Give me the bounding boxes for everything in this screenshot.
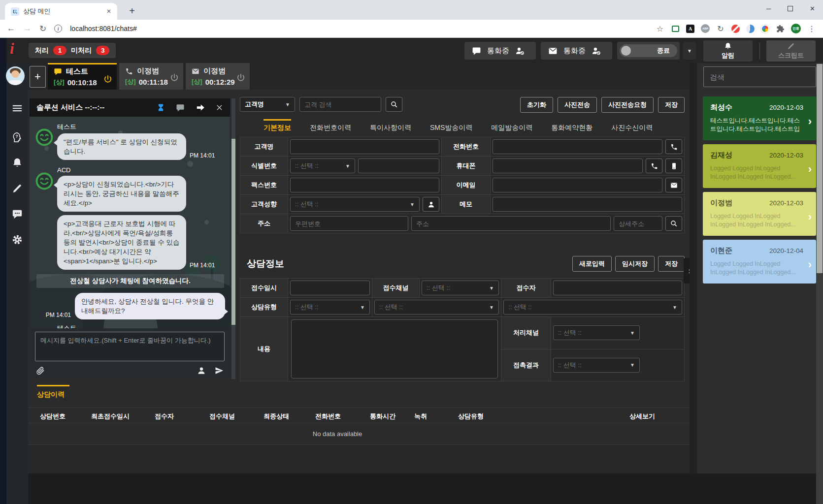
reload-icon[interactable]: ↻ [39, 24, 46, 34]
save-button[interactable]: 저장 [658, 97, 685, 113]
browser-menu-icon[interactable]: ⋮ [807, 24, 816, 33]
tab-note-history[interactable]: 특이사항이력 [370, 119, 411, 132]
tab-call-reservation[interactable]: 통화예약현황 [551, 119, 593, 132]
send-email-button[interactable] [665, 178, 682, 192]
dark-reader-extension-icon[interactable]: A [686, 25, 694, 33]
chat-bubble-icon[interactable] [176, 103, 185, 112]
recv-channel-select[interactable]: :: 선택 :: ▼ [422, 281, 499, 295]
back-icon[interactable]: ← [7, 24, 15, 33]
bookmark-star-icon[interactable]: ☆ [656, 24, 664, 33]
notification-card[interactable]: 김재성 2020-12-03 Logged Logged InLogged In… [703, 144, 816, 188]
adblock-extension-icon[interactable]: ABP [701, 24, 710, 33]
zip-code-input[interactable] [290, 216, 408, 231]
end-session-power-icon[interactable] [236, 73, 245, 82]
chevron-right-icon[interactable]: › [808, 211, 812, 223]
memo-input[interactable] [493, 197, 682, 212]
attach-paperclip-icon[interactable] [36, 366, 45, 375]
minimize-button[interactable]: ─ [766, 5, 771, 12]
settings-gear-icon[interactable] [12, 234, 23, 245]
address-detail-input[interactable] [614, 216, 662, 231]
status-dropdown-button[interactable]: ▼ [683, 42, 696, 60]
browser-profile-avatar[interactable]: 인용 [791, 24, 801, 33]
add-session-button[interactable]: + [30, 66, 46, 88]
notification-card[interactable]: 최성수 2020-12-03 테스트입니다.테스트입니다.테스트입니다.테스트입… [703, 96, 816, 140]
tab-mail-history[interactable]: 메일발송이력 [491, 119, 532, 132]
forward-icon[interactable]: → [23, 24, 32, 33]
mail-call-status-button[interactable]: 통화중 [541, 42, 612, 60]
status-toggle-pill[interactable]: 종료 [620, 44, 677, 57]
tab-phone-history[interactable]: 전화번호이력 [310, 119, 351, 132]
scrollbar-thumb[interactable] [231, 139, 235, 325]
session-tab-mail[interactable]: 이정범 [상] 00:12:29 [186, 63, 250, 90]
notification-card[interactable]: 이정범 2020-12-03 Logged Logged InLogged In… [703, 192, 816, 236]
mobile-device-button[interactable] [665, 158, 682, 173]
notifications-bell-icon[interactable] [12, 158, 23, 168]
screenshot-extension-icon[interactable] [671, 24, 680, 33]
history-title[interactable]: 상담이력 [37, 390, 65, 399]
session-tab-chat[interactable]: 테스트 [상] 00:10:18 [48, 63, 117, 90]
tab-sms-history[interactable]: SMS발송이력 [430, 119, 472, 132]
address-input[interactable] [411, 216, 611, 231]
id-number-input[interactable] [358, 158, 439, 173]
send-icon[interactable] [215, 366, 224, 375]
customer-name-input[interactable] [290, 139, 439, 154]
unprocessed-count-badge[interactable]: 3 [96, 46, 109, 55]
proc-channel-select[interactable]: :: 선택 :: ▼ [553, 325, 640, 340]
hourglass-icon[interactable] [157, 103, 165, 112]
email-input[interactable] [493, 178, 662, 192]
customer-search-input[interactable] [299, 97, 381, 112]
new-entry-button[interactable]: 새로입력 [572, 256, 612, 272]
tendency-person-button[interactable] [423, 197, 439, 212]
end-session-power-icon[interactable] [170, 73, 179, 82]
window-close-button[interactable]: ✕ [810, 5, 815, 12]
scrollbar-thumb[interactable] [817, 64, 823, 273]
consult-type-select-3[interactable]: :: 선택 :: ▼ [503, 300, 682, 315]
agent-avatar[interactable] [6, 66, 25, 85]
tab-close-icon[interactable]: ✕ [106, 8, 111, 15]
reset-button[interactable]: 초기화 [520, 97, 553, 113]
window-scrollbar[interactable] [816, 63, 823, 504]
browser-tab[interactable]: U, 상담 메인 ✕ [5, 3, 117, 20]
participants-person-icon[interactable] [197, 366, 206, 375]
new-tab-button[interactable]: + [125, 4, 139, 18]
session-tab-call[interactable]: 이정범 [상] 00:11:18 [119, 63, 183, 90]
consult-content-textarea[interactable] [291, 319, 498, 378]
id-type-select[interactable]: :: 선택 :: ▼ [290, 158, 355, 173]
toggle-knob[interactable] [621, 46, 631, 56]
customer-search-type-select[interactable]: 고객명 ▼ [240, 97, 295, 112]
tab-photo-history[interactable]: 사진수신이력 [611, 119, 653, 132]
photos-extension-icon[interactable] [761, 25, 769, 33]
consult-save-button[interactable]: 저장 [658, 256, 685, 272]
consult-type-select-2[interactable]: :: 선택 :: ▼ [374, 300, 499, 315]
notification-search-input[interactable] [703, 66, 816, 87]
customer-insight-icon[interactable] [12, 132, 23, 143]
processed-count-badge[interactable]: 1 [53, 46, 66, 55]
customer-search-button[interactable] [386, 97, 402, 112]
dial-phone-button[interactable] [665, 139, 682, 154]
fax-input[interactable] [290, 178, 439, 192]
receiver-input[interactable] [553, 281, 682, 295]
photo-request-button[interactable]: 사진전송요청 [601, 97, 654, 113]
site-info-icon[interactable]: i [54, 25, 62, 32]
dial-mobile-phone-button[interactable] [646, 158, 662, 173]
chat-scrollbar[interactable] [231, 98, 235, 379]
photo-send-button[interactable]: 사진전송 [558, 97, 597, 113]
script-button[interactable]: 스크립트 [766, 40, 816, 62]
phone-input[interactable] [493, 139, 662, 154]
chevron-right-icon[interactable]: › [808, 163, 812, 176]
menu-icon[interactable] [12, 103, 23, 114]
agent-status-toggle[interactable]: 종료 [617, 42, 680, 60]
mobile-input[interactable] [493, 158, 643, 173]
chat-list-icon[interactable] [12, 209, 23, 220]
received-at-input[interactable] [290, 281, 370, 295]
address-search-button[interactable] [665, 216, 682, 231]
url-text[interactable]: localhost:8081/chats# [70, 25, 136, 32]
maximize-button[interactable] [788, 6, 793, 11]
temp-save-button[interactable]: 임시저장 [615, 256, 655, 272]
chat-call-status-button[interactable]: 통화중 [464, 42, 536, 60]
close-icon[interactable] [216, 104, 223, 111]
alarm-button[interactable]: 알림 [703, 40, 753, 62]
memo-pen-icon[interactable] [12, 183, 23, 194]
tab-basic-info[interactable]: 기본정보 [263, 119, 291, 132]
swirl-extension-icon[interactable] [746, 25, 755, 33]
